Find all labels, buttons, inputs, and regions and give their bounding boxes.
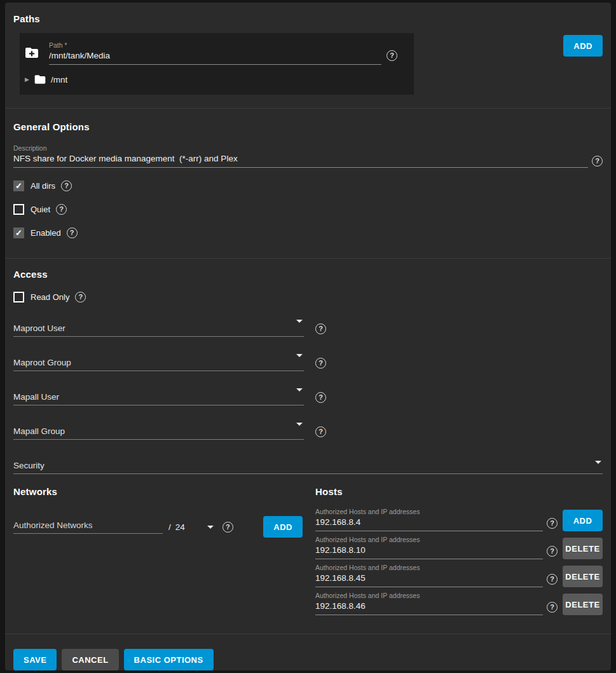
create-folder-icon[interactable] (24, 45, 39, 60)
help-icon[interactable]: ? (547, 574, 558, 585)
path-field-value[interactable]: /mnt/tank/Media (49, 51, 381, 65)
host-delete-button[interactable]: DELETE (563, 538, 603, 559)
section-title-hosts: Hosts (315, 486, 603, 498)
host-field-label: Authorized Hosts and IP addresses (315, 508, 543, 515)
host-field-value[interactable]: 192.168.8.4 (315, 517, 543, 531)
authorized-host-field[interactable]: Authorized Hosts and IP addresses 192.16… (315, 564, 543, 587)
section-title-paths: Paths (13, 13, 603, 25)
description-value[interactable]: NFS share for Docker media management (*… (13, 154, 588, 168)
host-row: Authorized Hosts and IP addresses 192.16… (315, 508, 603, 531)
section-title-general-options: General Options (13, 121, 603, 133)
footer-actions: SAVE CANCEL BASIC OPTIONS (5, 634, 611, 670)
description-field[interactable]: Description NFS share for Docker media m… (13, 144, 588, 168)
path-explorer-panel: Path * /mnt/tank/Media ? ▶ /mnt (20, 33, 414, 95)
authorized-network-row: Authorized Networks / 24 ? ADD (13, 516, 303, 538)
section-networks-hosts: Networks Authorized Networks / 24 ? ADD … (5, 486, 611, 615)
help-icon[interactable]: ? (547, 546, 558, 557)
help-icon[interactable]: ? (315, 426, 326, 437)
host-field-value[interactable]: 192.168.8.46 (315, 601, 543, 615)
description-row: Description NFS share for Docker media m… (13, 144, 603, 168)
cancel-button[interactable]: CANCEL (62, 649, 118, 670)
all-dirs-checkbox[interactable] (13, 180, 24, 191)
netmask-select[interactable]: 24 (175, 522, 215, 532)
help-icon[interactable]: ? (67, 228, 78, 238)
select-label: Maproot Group (13, 358, 71, 367)
expand-arrow-icon[interactable]: ▶ (25, 76, 34, 83)
enabled-checkbox[interactable] (13, 228, 24, 238)
authorized-host-field[interactable]: Authorized Hosts and IP addresses 192.16… (315, 592, 543, 615)
paths-row: Path * /mnt/tank/Media ? ▶ /mnt ADD (13, 33, 603, 95)
help-icon[interactable]: ? (61, 180, 72, 191)
help-icon[interactable]: ? (56, 204, 67, 215)
mapall-user-select[interactable]: Mapall User (13, 391, 304, 405)
help-icon[interactable]: ? (315, 392, 326, 403)
host-add-button[interactable]: ADD (563, 510, 603, 531)
nfs-share-edit-page: { "colors": { "accent_blue": "#0095d5", … (0, 0, 616, 673)
chevron-down-icon (296, 320, 303, 323)
maproot-group-select[interactable]: Maproot Group (13, 357, 304, 371)
tree-node-label: /mnt (51, 75, 67, 85)
description-label: Description (13, 144, 588, 152)
help-icon[interactable]: ? (547, 518, 558, 529)
save-button[interactable]: SAVE (13, 649, 57, 670)
netmask-value: 24 (175, 522, 185, 532)
host-field-label: Authorized Hosts and IP addresses (315, 536, 543, 543)
paths-add-button[interactable]: ADD (563, 35, 603, 57)
chevron-down-icon (296, 354, 303, 357)
host-row: Authorized Hosts and IP addresses 192.16… (315, 536, 603, 559)
basic-options-button[interactable]: BASIC OPTIONS (124, 649, 214, 670)
quiet-checkbox[interactable] (13, 204, 24, 215)
select-label: Maproot User (13, 323, 65, 333)
help-icon[interactable]: ? (222, 522, 233, 533)
select-label: Mapall User (13, 392, 59, 402)
help-icon[interactable]: ? (315, 323, 326, 334)
authorized-networks-input[interactable]: Authorized Networks (13, 520, 163, 534)
help-icon[interactable]: ? (387, 50, 397, 61)
host-field-label: Authorized Hosts and IP addresses (315, 592, 543, 599)
select-label: Security (13, 461, 44, 470)
security-row: Security (13, 459, 603, 474)
chevron-down-icon (207, 526, 214, 529)
netmask-separator: / (168, 522, 171, 532)
chevron-down-icon (296, 388, 303, 391)
host-field-value[interactable]: 192.168.8.10 (315, 545, 543, 559)
security-select[interactable]: Security (13, 459, 603, 474)
chevron-down-icon (595, 461, 601, 464)
section-divider (5, 258, 611, 259)
host-delete-button[interactable]: DELETE (563, 594, 603, 615)
quiet-label: Quiet (31, 205, 50, 214)
help-icon[interactable]: ? (315, 358, 326, 369)
section-title-networks: Networks (13, 486, 303, 498)
path-field[interactable]: Path * /mnt/tank/Media (49, 41, 381, 65)
enabled-row: Enabled ? (13, 228, 603, 238)
host-field-label: Authorized Hosts and IP addresses (315, 564, 543, 571)
section-divider (5, 108, 611, 109)
maproot-user-row: Maproot User ? (13, 322, 603, 337)
mapall-user-row: Mapall User ? (13, 391, 603, 405)
read-only-checkbox[interactable] (13, 292, 24, 303)
host-row: Authorized Hosts and IP addresses 192.16… (315, 592, 603, 615)
read-only-label: Read Only (31, 292, 69, 302)
mapall-group-select[interactable]: Mapall Group (13, 425, 304, 440)
host-row: Authorized Hosts and IP addresses 192.16… (315, 564, 603, 587)
section-paths: Paths Path * /mnt/tank/Media ? ▶ (5, 3, 611, 95)
help-icon[interactable]: ? (592, 156, 603, 167)
help-icon[interactable]: ? (75, 292, 86, 303)
share-form-card: Paths Path * /mnt/tank/Media ? ▶ (5, 3, 611, 670)
section-general-options: General Options Description NFS share fo… (5, 121, 611, 238)
section-access: Access Read Only ? Maproot User ? Maproo… (5, 269, 611, 474)
help-icon[interactable]: ? (547, 602, 558, 613)
host-delete-button[interactable]: DELETE (563, 566, 603, 587)
mapall-group-row: Mapall Group ? (13, 425, 603, 440)
network-add-button[interactable]: ADD (263, 516, 303, 538)
maproot-user-select[interactable]: Maproot User (13, 322, 304, 337)
all-dirs-row: All dirs ? (13, 180, 603, 191)
tree-node-mnt[interactable]: ▶ /mnt (24, 73, 397, 86)
path-field-label: Path * (49, 41, 381, 49)
host-field-value[interactable]: 192.168.8.45 (315, 573, 543, 587)
authorized-host-field[interactable]: Authorized Hosts and IP addresses 192.16… (315, 536, 543, 559)
quiet-row: Quiet ? (13, 204, 603, 215)
networks-column: Networks Authorized Networks / 24 ? ADD (13, 486, 303, 615)
authorized-host-field[interactable]: Authorized Hosts and IP addresses 192.16… (315, 508, 543, 531)
chevron-down-icon (296, 423, 303, 426)
